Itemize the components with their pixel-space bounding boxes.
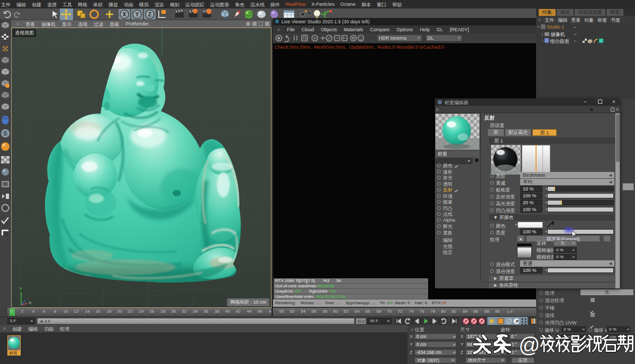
svg-text:X: X xyxy=(123,12,126,17)
svg-text:P: P xyxy=(516,319,519,324)
svg-text:Z: Z xyxy=(148,12,151,17)
svg-text:材质: 材质 xyxy=(8,351,17,356)
svg-text:Y: Y xyxy=(19,286,22,292)
svg-text:X: X xyxy=(29,301,32,305)
svg-text:S: S xyxy=(3,130,7,136)
svg-text:@: @ xyxy=(519,333,540,357)
svg-text:Y: Y xyxy=(135,12,139,17)
